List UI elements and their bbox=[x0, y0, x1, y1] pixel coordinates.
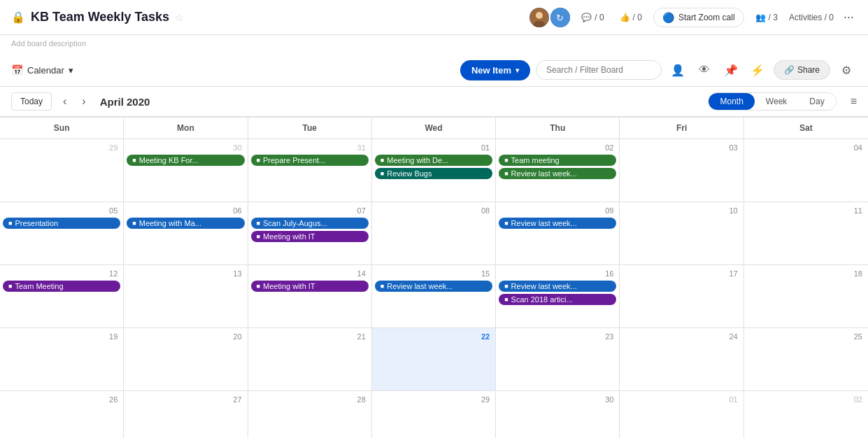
event-icon: ■ bbox=[257, 220, 260, 227]
calendar-event[interactable]: ■Meeting with IT bbox=[251, 231, 369, 242]
calendar-cell[interactable]: 20 bbox=[124, 328, 248, 391]
calendar-event[interactable]: ■Team meeting bbox=[499, 155, 616, 166]
day-number: 05 bbox=[3, 205, 120, 218]
calendar-event[interactable]: ■Review Bugs bbox=[375, 168, 492, 179]
calendar-cell[interactable]: 15■Review last week... bbox=[372, 265, 496, 328]
calendar-cell[interactable]: 14■Meeting with IT bbox=[248, 265, 372, 328]
calendar-cell[interactable]: 19 bbox=[0, 328, 124, 391]
calendar-cell[interactable]: 13 bbox=[124, 265, 248, 328]
day-header-thu: Thu bbox=[496, 118, 620, 139]
settings-button[interactable]: ⚙ bbox=[836, 59, 857, 80]
calendar-cell[interactable]: 22 bbox=[372, 328, 496, 391]
calendar-view-selector[interactable]: 📅 Calendar ▾ bbox=[11, 64, 73, 76]
activities-button[interactable]: Activities / 0 bbox=[789, 13, 834, 22]
calendar-event[interactable]: ■Scan 2018 artici... bbox=[499, 294, 616, 305]
calendar-cell[interactable]: 27 bbox=[124, 391, 248, 438]
calendar-event[interactable]: ■Team Meeting bbox=[3, 281, 120, 292]
day-number: 29 bbox=[375, 394, 492, 407]
calendar-cell[interactable]: 12■Team Meeting bbox=[0, 265, 124, 328]
person-icon[interactable]: 👤 bbox=[667, 59, 688, 80]
pin-icon[interactable]: 📌 bbox=[720, 59, 741, 80]
week-view-button[interactable]: Week bbox=[755, 93, 798, 110]
event-icon: ■ bbox=[504, 157, 508, 164]
calendar-cell[interactable]: 11 bbox=[744, 202, 868, 265]
calendar-cell[interactable]: 29 bbox=[372, 391, 496, 438]
calendar-event[interactable]: ■Review last week... bbox=[499, 168, 616, 179]
calendar-event[interactable]: ■Meeting KB For... bbox=[127, 155, 244, 166]
day-header-sun: Sun bbox=[0, 118, 124, 139]
day-number: 20 bbox=[127, 331, 244, 344]
board-description[interactable]: Add board description bbox=[11, 39, 86, 48]
comments-stat[interactable]: 💬 / 0 bbox=[577, 10, 608, 25]
new-item-button[interactable]: New Item ▾ bbox=[460, 60, 530, 80]
calendar-cell[interactable]: 16■Review last week...■Scan 2018 artici.… bbox=[496, 265, 620, 328]
filter-icon[interactable]: ⚡ bbox=[747, 59, 768, 80]
calendar-cell[interactable]: 03 bbox=[620, 139, 744, 202]
month-view-button[interactable]: Month bbox=[709, 93, 754, 110]
calendar-nav: Today ‹ › April 2020 Month Week Day ≡ bbox=[0, 87, 868, 117]
lock-icon: 🔒 bbox=[11, 10, 25, 24]
calendar-event[interactable]: ■Presentation bbox=[3, 218, 120, 229]
calendar-cell[interactable]: 06■Meeting with Ma... bbox=[124, 202, 248, 265]
calendar-event[interactable]: ■Meeting with IT bbox=[251, 281, 369, 292]
day-number: 09 bbox=[499, 205, 616, 218]
calendar-cell[interactable]: 18 bbox=[744, 265, 868, 328]
day-number: 13 bbox=[127, 268, 244, 281]
calendar-cell[interactable]: 17 bbox=[620, 265, 744, 328]
calendar-event[interactable]: ■Review last week... bbox=[375, 281, 492, 292]
calendar-cell[interactable]: 07■Scan July-Augus...■Meeting with IT bbox=[248, 202, 372, 265]
calendar-cell[interactable]: 26 bbox=[0, 391, 124, 438]
calendar-event[interactable]: ■Meeting with De... bbox=[375, 155, 492, 166]
zoom-button[interactable]: 🔵 Start Zoom call bbox=[653, 8, 744, 27]
calendar-cell[interactable]: 04 bbox=[744, 139, 868, 202]
calendar-event[interactable]: ■Review last week... bbox=[499, 218, 616, 229]
calendar-cell[interactable]: 30■Meeting KB For... bbox=[124, 139, 248, 202]
calendar-cell[interactable]: 01■Meeting with De...■Review Bugs bbox=[372, 139, 496, 202]
calendar-cell[interactable]: 02■Team meeting■Review last week... bbox=[496, 139, 620, 202]
calendar-cell[interactable]: 25 bbox=[744, 328, 868, 391]
calendar-cell[interactable]: 02 bbox=[744, 391, 868, 438]
members-stat[interactable]: 👥 / 3 bbox=[751, 10, 782, 25]
calendar-cell[interactable]: 31■Prepare Present... bbox=[248, 139, 372, 202]
calendar-cell[interactable]: 30 bbox=[496, 391, 620, 438]
calendar-cell[interactable]: 10 bbox=[620, 202, 744, 265]
day-number: 21 bbox=[251, 331, 369, 344]
thumbs-stat[interactable]: 👍 / 0 bbox=[616, 10, 646, 25]
share-button[interactable]: 🔗 Share bbox=[774, 60, 830, 80]
today-button[interactable]: Today bbox=[11, 92, 52, 111]
calendar-grid: Sun Mon Tue Wed Thu Fri Sat 2930■Meeting… bbox=[0, 117, 868, 438]
event-icon: ■ bbox=[504, 296, 508, 303]
event-icon: ■ bbox=[380, 170, 384, 177]
day-number: 15 bbox=[375, 268, 492, 281]
star-icon[interactable]: ☆ bbox=[175, 12, 184, 23]
calendar-cell[interactable]: 28 bbox=[248, 391, 372, 438]
svg-point-1 bbox=[536, 12, 543, 19]
calendar-cell[interactable]: 29 bbox=[0, 139, 124, 202]
calendar-event[interactable]: ■Meeting with Ma... bbox=[127, 218, 244, 229]
day-number: 16 bbox=[499, 268, 616, 281]
list-filter-icon[interactable]: ≡ bbox=[851, 95, 857, 108]
search-input[interactable] bbox=[536, 60, 662, 80]
calendar-cell[interactable]: 01 bbox=[620, 391, 744, 438]
calendar-cell[interactable]: 24 bbox=[620, 328, 744, 391]
more-options-button[interactable]: ··· bbox=[841, 7, 857, 27]
day-number: 27 bbox=[127, 394, 244, 407]
event-icon: ■ bbox=[132, 157, 136, 164]
calendar-cell[interactable]: 08 bbox=[372, 202, 496, 265]
header-left: 🔒 KB Team Weekly Tasks ☆ bbox=[11, 10, 521, 24]
calendar-cell[interactable]: 09■Review last week... bbox=[496, 202, 620, 265]
calendar-cell[interactable]: 05■Presentation bbox=[0, 202, 124, 265]
calendar-event[interactable]: ■Scan July-Augus... bbox=[251, 218, 369, 229]
day-number: 12 bbox=[3, 268, 120, 281]
view-toggle: Month Week Day bbox=[708, 92, 836, 111]
calendar-cell[interactable]: 21 bbox=[248, 328, 372, 391]
calendar-event[interactable]: ■Prepare Present... bbox=[251, 155, 369, 166]
eye-icon[interactable]: 👁 bbox=[694, 59, 715, 80]
header-right: ↻ 💬 / 0 👍 / 0 🔵 Start Zoom call 👥 / 3 Ac… bbox=[529, 7, 857, 27]
day-view-button[interactable]: Day bbox=[798, 93, 835, 110]
calendar-event[interactable]: ■Review last week... bbox=[499, 281, 616, 292]
calendar-cell[interactable]: 23 bbox=[496, 328, 620, 391]
next-month-button[interactable]: › bbox=[78, 94, 90, 109]
event-icon: ■ bbox=[504, 220, 508, 227]
prev-month-button[interactable]: ‹ bbox=[59, 94, 71, 109]
